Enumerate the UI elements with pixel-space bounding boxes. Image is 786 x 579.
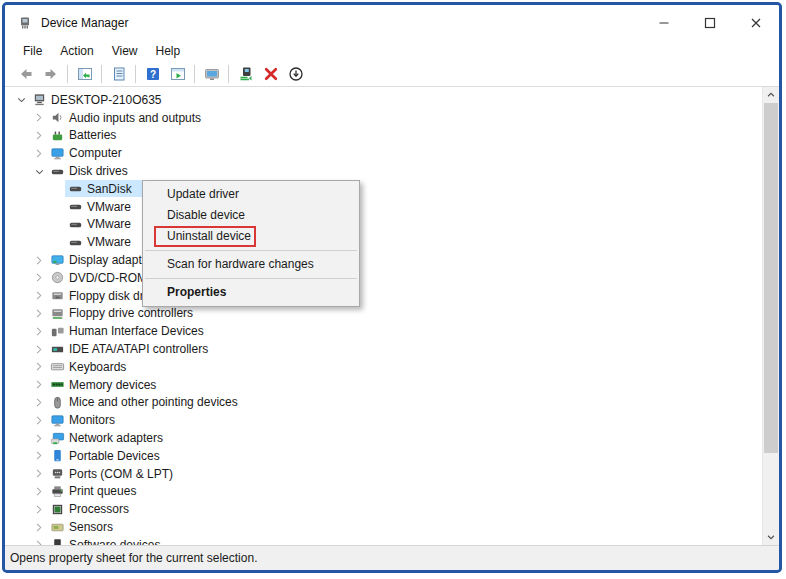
chevron-right-icon[interactable] bbox=[31, 448, 47, 464]
tree-row-content: Batteries bbox=[47, 127, 119, 144]
context-menu-item-scan-for-hardware-changes[interactable]: Scan for hardware changes bbox=[143, 254, 359, 275]
tree-row[interactable]: Human Interface Devices bbox=[5, 322, 762, 340]
tree-row-label: Monitors bbox=[69, 413, 115, 427]
tree-row-label: Human Interface Devices bbox=[69, 324, 204, 338]
context-menu-item-properties[interactable]: Properties bbox=[143, 282, 359, 303]
chevron-right-icon[interactable] bbox=[31, 110, 47, 126]
chevron-right-icon[interactable] bbox=[31, 305, 47, 321]
console-tree-button[interactable] bbox=[73, 63, 96, 85]
uninstall-device-button[interactable] bbox=[259, 63, 282, 85]
action-pane-button[interactable] bbox=[200, 63, 223, 85]
context-menu-item-update-driver[interactable]: Update driver bbox=[143, 184, 359, 205]
tree-row[interactable]: Software devices bbox=[5, 536, 762, 545]
chevron-right-icon[interactable] bbox=[31, 466, 47, 482]
title-bar: Device Manager bbox=[5, 5, 779, 41]
minimize-button[interactable] bbox=[641, 5, 687, 41]
menu-file[interactable]: File bbox=[14, 42, 51, 60]
scroll-up-button[interactable] bbox=[763, 87, 779, 103]
tree-row[interactable]: Memory devices bbox=[5, 376, 762, 394]
tree-row[interactable]: Mice and other pointing devices bbox=[5, 394, 762, 412]
chevron-right-icon[interactable] bbox=[31, 252, 47, 268]
tree-row[interactable]: VMware bbox=[5, 216, 762, 234]
context-menu-separator bbox=[145, 250, 357, 251]
tree-row-label: VMware bbox=[87, 200, 131, 214]
tree-row[interactable]: Portable Devices bbox=[5, 447, 762, 465]
menu-help[interactable]: Help bbox=[147, 42, 190, 60]
menu-action[interactable]: Action bbox=[51, 42, 102, 60]
help-button[interactable]: ? bbox=[141, 63, 164, 85]
tree-row[interactable]: VMware bbox=[5, 198, 762, 216]
chevron-right-icon[interactable] bbox=[31, 430, 47, 446]
chevron-right-icon[interactable] bbox=[31, 288, 47, 304]
chevron-up-icon bbox=[766, 90, 776, 100]
toolbar-separator bbox=[67, 65, 68, 83]
context-menu-item-uninstall-device[interactable]: Uninstall device bbox=[143, 226, 359, 247]
chevron-right-icon[interactable] bbox=[31, 483, 47, 499]
tree-row[interactable]: Floppy drive controllers bbox=[5, 305, 762, 323]
chevron-right-icon[interactable] bbox=[31, 323, 47, 339]
properties-button[interactable] bbox=[107, 63, 130, 85]
chevron-down-icon[interactable] bbox=[13, 92, 29, 108]
tree-row[interactable]: SanDisk bbox=[5, 180, 762, 198]
tree-row[interactable]: Processors bbox=[5, 500, 762, 518]
mouse-icon bbox=[50, 395, 65, 410]
tree-row[interactable]: Print queues bbox=[5, 483, 762, 501]
menu-view[interactable]: View bbox=[103, 42, 147, 60]
tree-row-content: Print queues bbox=[47, 483, 139, 500]
tree-row[interactable]: Batteries bbox=[5, 127, 762, 145]
tree-row[interactable]: Sensors bbox=[5, 518, 762, 536]
update-driver-button[interactable] bbox=[234, 63, 257, 85]
show-console-button[interactable] bbox=[166, 63, 189, 85]
tree-row-label: VMware bbox=[87, 217, 131, 231]
chevron-down-icon[interactable] bbox=[31, 163, 47, 179]
chevron-right-icon[interactable] bbox=[31, 537, 47, 545]
tree-row[interactable]: Display adapters bbox=[5, 251, 762, 269]
tree-row-label: Keyboards bbox=[69, 360, 126, 374]
tree-row[interactable]: IDE ATA/ATAPI controllers bbox=[5, 340, 762, 358]
tree-row-content: Sensors bbox=[47, 519, 116, 536]
tree-row[interactable]: Disk drives bbox=[5, 162, 762, 180]
tree-row[interactable]: Audio inputs and outputs bbox=[5, 109, 762, 127]
tree-row[interactable]: DVD/CD-ROM drives bbox=[5, 269, 762, 287]
chevron-right-icon[interactable] bbox=[31, 377, 47, 393]
tree-row[interactable]: Keyboards bbox=[5, 358, 762, 376]
tree-row-content: Portable Devices bbox=[47, 447, 163, 464]
chevron-right-icon[interactable] bbox=[31, 341, 47, 357]
close-button[interactable] bbox=[733, 5, 779, 41]
tree-row[interactable]: Computer bbox=[5, 144, 762, 162]
chevron-right-icon[interactable] bbox=[31, 145, 47, 161]
expander-placeholder bbox=[49, 199, 65, 215]
tree-row-content: Disk drives bbox=[47, 163, 131, 180]
vertical-scrollbar[interactable] bbox=[762, 87, 779, 545]
chevron-right-icon[interactable] bbox=[31, 270, 47, 286]
chevron-right-icon[interactable] bbox=[31, 501, 47, 517]
context-menu-item-disable-device[interactable]: Disable device bbox=[143, 205, 359, 226]
disable-device-button[interactable] bbox=[284, 63, 307, 85]
chevron-right-icon[interactable] bbox=[31, 519, 47, 535]
toolbar-separator bbox=[135, 65, 136, 83]
tree-row[interactable]: Ports (COM & LPT) bbox=[5, 465, 762, 483]
tree-row-label: Print queues bbox=[69, 484, 136, 498]
hid-icon bbox=[50, 324, 65, 339]
tree-row-content: IDE ATA/ATAPI controllers bbox=[47, 341, 211, 358]
forward-button[interactable] bbox=[39, 63, 62, 85]
chevron-right-icon[interactable] bbox=[31, 412, 47, 428]
tree-row[interactable]: Monitors bbox=[5, 411, 762, 429]
help-icon: ? bbox=[145, 66, 161, 82]
tree-row[interactable]: VMware bbox=[5, 233, 762, 251]
maximize-button[interactable] bbox=[687, 5, 733, 41]
monitor-icon bbox=[50, 146, 65, 161]
scrollbar-thumb[interactable] bbox=[764, 103, 778, 453]
tree-row[interactable]: DESKTOP-210O635 bbox=[5, 91, 762, 109]
chevron-right-icon[interactable] bbox=[31, 127, 47, 143]
back-button[interactable] bbox=[14, 63, 37, 85]
scroll-down-button[interactable] bbox=[763, 529, 779, 545]
chevron-right-icon[interactable] bbox=[31, 359, 47, 375]
content-area: DESKTOP-210O635Audio inputs and outputsB… bbox=[5, 87, 779, 545]
portable-icon bbox=[50, 448, 65, 463]
tree-row[interactable]: Network adapters bbox=[5, 429, 762, 447]
chevron-right-icon[interactable] bbox=[31, 394, 47, 410]
tree-row[interactable]: Floppy disk drives bbox=[5, 287, 762, 305]
tree-row-content: VMware bbox=[65, 198, 134, 215]
tree-row-content: Memory devices bbox=[47, 376, 159, 393]
